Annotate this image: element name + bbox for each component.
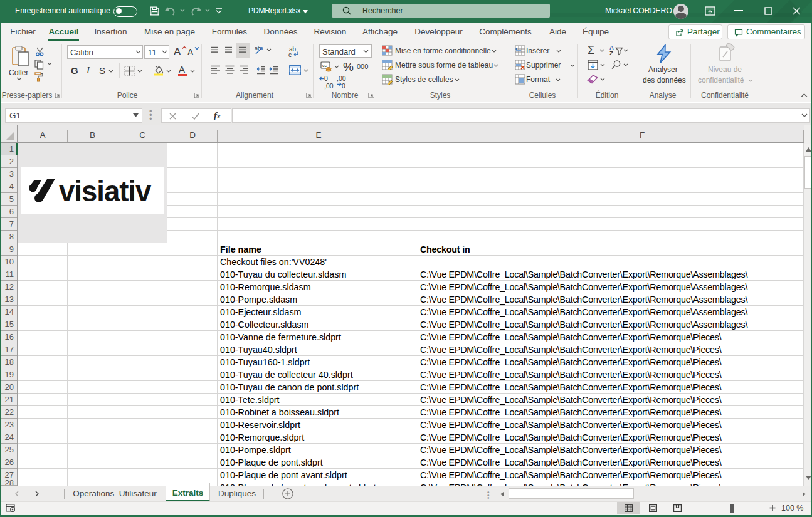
svg-text:ab: ab <box>255 45 261 51</box>
svg-text:c: c <box>288 51 292 58</box>
svg-text:visiativ: visiativ <box>59 175 152 207</box>
svg-text:Z: Z <box>609 50 613 56</box>
svg-text:cc: cc <box>322 63 327 68</box>
